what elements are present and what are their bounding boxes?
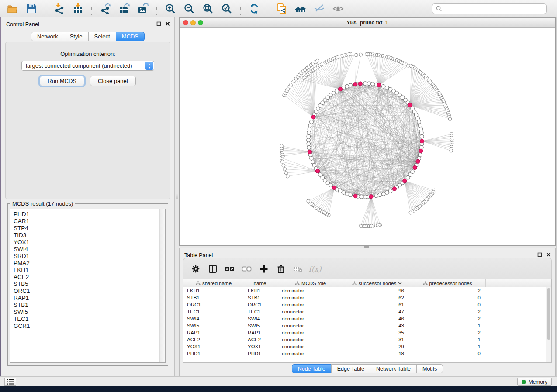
export-image-icon[interactable]	[135, 2, 151, 16]
table-cell[interactable]: FKH1	[183, 287, 244, 294]
table-cell[interactable]: 0	[409, 301, 486, 308]
mcds-result-item[interactable]: PMA2	[14, 260, 156, 267]
network-mcds-node[interactable]	[392, 187, 396, 191]
table-row[interactable]: PHD1PHD1dominator180	[183, 350, 546, 357]
network-node[interactable]	[359, 224, 363, 228]
network-mcds-node[interactable]	[315, 169, 319, 173]
table-cell[interactable]: 1	[409, 343, 486, 350]
network-node[interactable]	[316, 59, 319, 62]
network-mcds-node[interactable]	[353, 194, 357, 198]
table-cell[interactable]: dominator	[276, 329, 345, 336]
network-from-selection-icon[interactable]	[273, 2, 290, 16]
table-cell[interactable]: SWI5	[244, 322, 276, 329]
float-panel-icon[interactable]	[156, 21, 161, 26]
table-cell[interactable]: YOX1	[244, 343, 276, 350]
close-table-panel-icon[interactable]	[546, 252, 551, 257]
network-node[interactable]	[284, 171, 288, 175]
table-cell[interactable]: 35	[345, 329, 409, 336]
network-mcds-node[interactable]	[308, 150, 311, 154]
run-mcds-button[interactable]: Run MCDS	[40, 76, 84, 86]
network-node[interactable]	[385, 191, 389, 195]
table-cell[interactable]: TEC1	[244, 308, 276, 315]
network-node[interactable]	[381, 192, 385, 196]
table-tab-motifs[interactable]: Motifs	[416, 364, 443, 373]
table-cell[interactable]: dominator	[276, 350, 345, 357]
network-canvas[interactable]	[180, 28, 555, 245]
criterion-select[interactable]: largest connected component (undirected)…	[21, 61, 154, 71]
network-node[interactable]	[406, 175, 410, 179]
table-cell[interactable]: dominator	[276, 287, 345, 294]
table-cell[interactable]: 2	[409, 315, 486, 322]
network-node[interactable]	[420, 131, 424, 135]
memory-button[interactable]: Memory	[517, 378, 552, 386]
import-network-icon[interactable]	[51, 2, 67, 16]
open-file-icon[interactable]	[4, 2, 21, 16]
table-cell[interactable]: connector	[276, 308, 345, 315]
zoom-in-icon[interactable]	[162, 2, 179, 16]
network-node[interactable]	[420, 134, 424, 138]
network-node[interactable]	[409, 211, 412, 214]
table-row[interactable]: TEC1TEC1connector472	[183, 308, 546, 315]
hide-selected-icon[interactable]	[311, 2, 328, 16]
network-node[interactable]	[363, 195, 367, 199]
table-cell[interactable]: YOX1	[183, 343, 244, 350]
network-node[interactable]	[417, 120, 421, 124]
table-cell[interactable]: 47	[345, 308, 409, 315]
tab-network[interactable]: Network	[31, 32, 64, 41]
table-cell[interactable]: dominator	[276, 301, 345, 308]
table-cell[interactable]: 18	[345, 350, 409, 357]
mcds-result-item[interactable]: STP4	[14, 225, 156, 232]
mcds-result-item[interactable]: SWI5	[14, 309, 156, 316]
mcds-result-item[interactable]: CAR1	[14, 218, 156, 225]
table-cell[interactable]: 0	[409, 294, 486, 301]
network-node[interactable]	[371, 82, 375, 86]
mcds-result-item[interactable]: STB5	[14, 281, 156, 288]
column-header-name[interactable]: name	[244, 279, 276, 287]
mcds-result-item[interactable]: GCR1	[14, 323, 156, 330]
table-cell[interactable]: 2	[409, 329, 486, 336]
network-node[interactable]	[418, 124, 422, 127]
table-cell[interactable]: FKH1	[244, 287, 276, 294]
tab-mcds[interactable]: MCDS	[116, 32, 145, 41]
table-cell[interactable]: 2	[409, 308, 486, 315]
table-cell[interactable]: connector	[276, 336, 345, 343]
table-cell[interactable]: 2	[409, 287, 486, 294]
mcds-result-item[interactable]: ORC1	[14, 288, 156, 295]
table-cell[interactable]: 61	[345, 301, 409, 308]
network-node[interactable]	[308, 127, 311, 131]
deselect-all-icon[interactable]	[242, 264, 252, 274]
mcds-result-item[interactable]: ACE2	[14, 274, 156, 281]
table-cell[interactable]: PHD1	[183, 350, 244, 357]
tab-style[interactable]: Style	[64, 32, 89, 41]
search-input[interactable]	[444, 6, 543, 12]
delete-column-icon[interactable]	[276, 264, 286, 274]
network-node[interactable]	[450, 149, 453, 152]
column-header-predecessor-nodes[interactable]: predecessor nodes	[409, 279, 486, 287]
table-row[interactable]: RAP1RAP1dominator352	[183, 329, 546, 336]
close-panel-button[interactable]: Close panel	[90, 76, 136, 86]
export-table-icon[interactable]	[116, 2, 132, 16]
mcds-result-item[interactable]: TEC1	[14, 316, 156, 323]
table-cell[interactable]: connector	[276, 343, 345, 350]
table-row[interactable]: STB1STB1dominator620	[183, 294, 546, 301]
mcds-result-item[interactable]: STB1	[14, 302, 156, 309]
network-node[interactable]	[283, 167, 287, 171]
network-node[interactable]	[349, 83, 353, 87]
close-panel-icon[interactable]	[165, 21, 170, 26]
tab-select[interactable]: Select	[88, 32, 116, 41]
network-node[interactable]	[280, 144, 284, 148]
network-mcds-node[interactable]	[408, 103, 412, 107]
table-cell[interactable]: dominator	[276, 315, 345, 322]
network-node[interactable]	[419, 127, 423, 131]
show-columns-icon[interactable]	[208, 264, 218, 274]
network-node[interactable]	[307, 142, 311, 146]
network-node[interactable]	[307, 134, 311, 138]
mcds-result-scrollbar[interactable]	[159, 209, 165, 362]
table-cell[interactable]: TEC1	[183, 308, 244, 315]
network-mcds-node[interactable]	[377, 83, 381, 87]
network-node[interactable]	[360, 195, 363, 199]
network-node[interactable]	[355, 53, 358, 57]
network-node[interactable]	[374, 194, 378, 198]
network-mcds-node[interactable]	[416, 159, 420, 163]
network-node[interactable]	[335, 89, 339, 93]
